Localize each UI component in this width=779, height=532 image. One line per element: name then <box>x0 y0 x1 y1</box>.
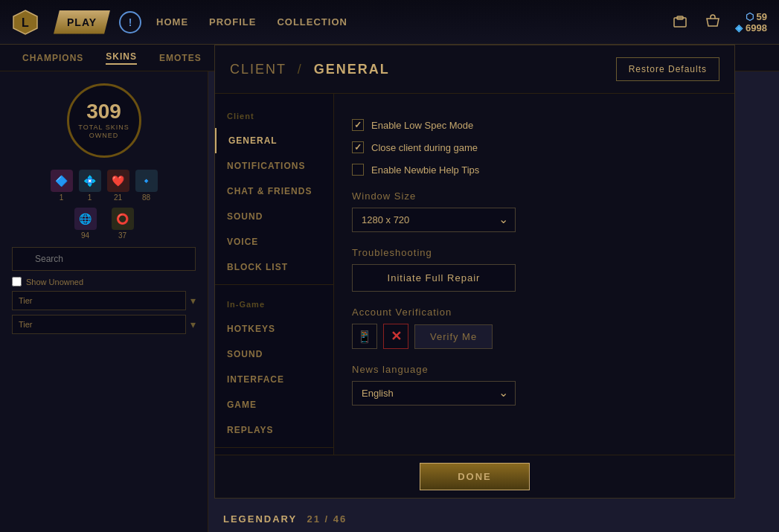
settings-nav-sound2[interactable]: SOUND <box>215 342 333 367</box>
nav-profile[interactable]: PROFILE <box>209 16 256 28</box>
settings-nav-interface[interactable]: INTERFACE <box>215 367 333 392</box>
icon-badge-1: 🔷 <box>51 170 73 192</box>
phone-icon: 📱 <box>352 324 377 349</box>
legendary-section: LEGENDARY 21 / 46 <box>223 513 347 525</box>
main-nav: HOME PROFILE COLLECTION <box>156 16 670 28</box>
settings-header: CLIENT / GENERAL Restore Defaults <box>215 45 734 94</box>
news-language-select[interactable]: English French German Spanish <box>352 381 516 406</box>
settings-nav-game[interactable]: GAME <box>215 392 333 417</box>
currency-display: ⬡ 59 ◈ 6998 <box>735 11 767 33</box>
tier-chevron: ▾ <box>190 295 196 307</box>
news-language-label: News language <box>352 364 717 375</box>
settings-nav-client-header: Client <box>215 101 333 128</box>
settings-nav-replays[interactable]: REPLAYS <box>215 417 333 443</box>
show-unowned-checkbox[interactable] <box>12 277 22 286</box>
settings-footer: DONE <box>215 455 734 498</box>
show-unowned-row: Show Unowned <box>12 277 196 286</box>
settings-body: Client GENERAL NOTIFICATIONS CHAT & FRIE… <box>215 94 734 455</box>
loot-icon[interactable] <box>670 12 690 33</box>
icon-count-4: 88 <box>142 193 150 202</box>
alert-icon[interactable]: ! <box>119 11 141 33</box>
total-skins-count: 309 <box>86 101 121 122</box>
settings-nav-divider <box>215 284 333 285</box>
icon-badge-3: ❤️ <box>107 170 129 192</box>
close-verify-icon[interactable]: ✕ <box>383 324 408 349</box>
icon-count-1: 1 <box>60 193 64 202</box>
news-language-wrapper: English French German Spanish <box>352 381 516 406</box>
settings-nav-in-game-header: In-Game <box>215 289 333 316</box>
tier-filter-2[interactable]: Tier <box>12 315 186 334</box>
total-skins-label: TOTAL SKINSOWNED <box>78 124 129 140</box>
stats-circle: 309 TOTAL SKINSOWNED <box>67 83 141 158</box>
icon-badge-4: 🔹 <box>135 170 158 192</box>
settings-nav-notifications[interactable]: NOTIFICATIONS <box>215 153 333 179</box>
icon-item-5: 🌐 94 <box>74 208 97 240</box>
close-client-checkbox[interactable] <box>352 141 364 153</box>
low-spec-row: Enable Low Spec Mode <box>352 119 717 131</box>
troubleshooting-label: Troubleshooting <box>352 247 717 258</box>
settings-nav-sound[interactable]: SOUND <box>215 204 333 229</box>
settings-content: Enable Low Spec Mode Close client during… <box>334 94 734 455</box>
icon-count-2: 1 <box>88 193 92 202</box>
settings-nav-block-list[interactable]: BLOCK LIST <box>215 254 333 280</box>
account-verify-label: Account Verification <box>352 307 717 318</box>
newbie-tips-label: Enable Newbie Help Tips <box>371 164 479 176</box>
logo-icon: L <box>12 9 39 36</box>
low-spec-checkbox[interactable] <box>352 119 364 131</box>
settings-nav: Client GENERAL NOTIFICATIONS CHAT & FRIE… <box>215 94 334 455</box>
low-spec-label: Enable Low Spec Mode <box>371 120 473 131</box>
icon-grid-2: 🌐 94 ⭕ 37 <box>12 208 196 240</box>
show-unowned-label: Show Unowned <box>26 278 83 286</box>
search-wrapper <box>12 247 196 271</box>
icon-badge-2: 💠 <box>79 170 101 192</box>
close-client-label: Close client during game <box>371 142 478 153</box>
user-section: 309 TOTAL SKINSOWNED <box>12 83 196 158</box>
subnav-emotes[interactable]: EMOTES <box>159 53 202 63</box>
close-client-row: Close client during game <box>352 141 717 153</box>
window-size-select[interactable]: 1280 x 720 1024 x 576 1600 x 900 <box>352 208 516 232</box>
filter-row-2: Tier ▾ <box>12 315 196 334</box>
icon-item-4: 🔹 88 <box>135 170 158 202</box>
settings-nav-chat-friends[interactable]: CHAT & FRIENDS <box>215 179 333 204</box>
settings-nav-hotkeys[interactable]: HOTKEYS <box>215 316 333 342</box>
icon-badge-5: 🌐 <box>74 208 97 230</box>
settings-nav-general[interactable]: GENERAL <box>215 128 333 153</box>
search-input[interactable] <box>12 247 196 271</box>
logo-area: L <box>12 9 39 36</box>
icon-grid-1: 🔷 1 💠 1 ❤️ 21 🔹 88 <box>12 170 196 202</box>
newbie-tips-row: Enable Newbie Help Tips <box>352 164 717 176</box>
tier-filter-1[interactable]: Tier <box>12 291 186 310</box>
newbie-tips-checkbox[interactable] <box>352 164 364 176</box>
settings-nav-voice[interactable]: VOICE <box>215 229 333 254</box>
be-amount: 6998 <box>746 22 767 33</box>
svg-text:L: L <box>22 16 29 29</box>
restore-defaults-button[interactable]: Restore Defaults <box>616 57 719 81</box>
rp-icon: ⬡ <box>746 11 754 22</box>
settings-client-label: CLIENT <box>230 62 286 77</box>
store-icon[interactable] <box>702 12 723 33</box>
subnav-skins[interactable]: SKINS <box>106 51 137 65</box>
filter-row-1: Tier ▾ <box>12 291 196 310</box>
icon-item-3: ❤️ 21 <box>107 170 129 202</box>
nav-home[interactable]: HOME <box>156 16 188 28</box>
settings-nav-divider-2 <box>215 447 333 448</box>
rp-amount: 59 <box>757 11 767 22</box>
icon-badge-6: ⭕ <box>112 208 134 230</box>
subnav-champions[interactable]: CHAMPIONS <box>22 53 83 63</box>
verify-me-button[interactable]: Verify Me <box>414 324 493 349</box>
icon-count-5: 94 <box>81 231 89 240</box>
play-button[interactable]: PLAY <box>54 10 110 34</box>
be-row: ◈ 6998 <box>735 22 767 33</box>
tier2-chevron: ▾ <box>190 318 196 330</box>
icon-count-6: 37 <box>118 231 126 240</box>
initiate-repair-button[interactable]: Initiate Full Repair <box>352 264 516 292</box>
settings-title: CLIENT / GENERAL <box>230 62 390 77</box>
legendary-label: LEGENDARY <box>223 513 297 525</box>
legendary-count: 21 / 46 <box>307 513 347 525</box>
icon-item-6: ⭕ 37 <box>112 208 134 240</box>
window-size-wrapper: 1280 x 720 1024 x 576 1600 x 900 <box>352 208 516 232</box>
icon-count-3: 21 <box>114 193 122 202</box>
icon-item-2: 💠 1 <box>79 170 101 202</box>
done-button[interactable]: DONE <box>420 463 530 490</box>
nav-collection[interactable]: COLLECTION <box>277 16 347 28</box>
